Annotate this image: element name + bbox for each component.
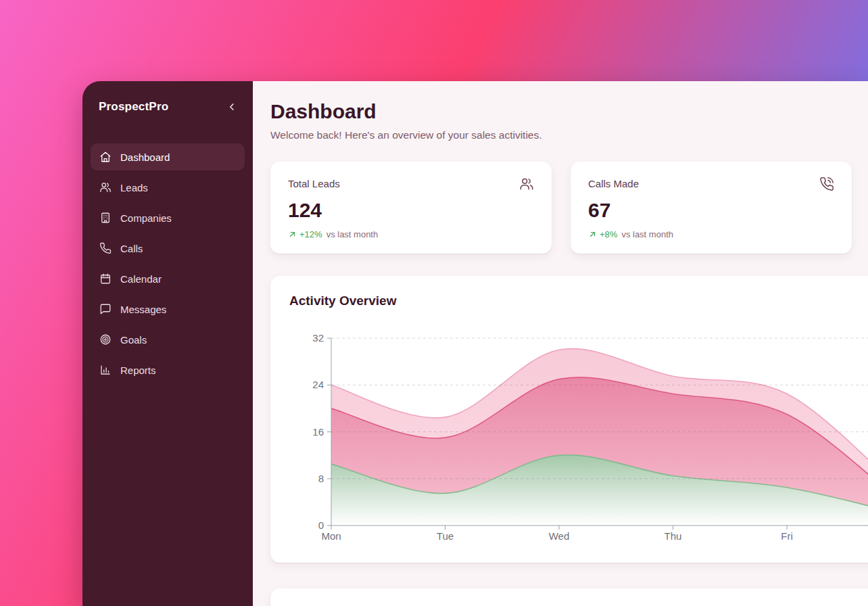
page-subtitle: Welcome back! Here's an overview of your… <box>270 129 868 141</box>
y-axis-tick-label: 32 <box>312 332 324 344</box>
sidebar-item-dashboard[interactable]: Dashboard <box>91 143 245 170</box>
x-axis-tick-label: Mon <box>321 530 341 542</box>
building-icon <box>99 212 112 224</box>
phone-icon <box>99 242 112 254</box>
stat-value: 67 <box>588 200 834 221</box>
stat-delta-suffix: vs last month <box>621 229 673 239</box>
sidebar-item-messages[interactable]: Messages <box>91 296 245 323</box>
page-title: Dashboard <box>270 100 868 123</box>
stat-delta: +8%vs last month <box>588 229 834 239</box>
sidebar-item-companies[interactable]: Companies <box>91 204 245 231</box>
sidebar: ProspectPro DashboardLeadsCompaniesCalls… <box>82 81 253 606</box>
stat-delta-value: +8% <box>600 229 617 239</box>
y-axis-tick-label: 24 <box>312 379 324 390</box>
stat-card-header: Calls Made <box>588 178 834 194</box>
stat-value: 124 <box>288 200 534 221</box>
home-icon <box>99 151 112 163</box>
stat-delta-suffix: vs last month <box>327 229 379 239</box>
sidebar-item-calendar[interactable]: Calendar <box>91 265 245 292</box>
sidebar-item-label: Calls <box>120 243 143 254</box>
stat-card-icon-wrap <box>819 177 834 194</box>
sidebar-item-label: Messages <box>120 304 166 315</box>
sidebar-collapse-button[interactable] <box>226 101 238 113</box>
sidebar-item-label: Calendar <box>120 273 162 285</box>
app-logo: ProspectPro <box>99 100 168 114</box>
sidebar-item-calls[interactable]: Calls <box>91 235 245 262</box>
target-icon <box>99 333 112 346</box>
next-section-card <box>270 588 868 606</box>
sidebar-item-leads[interactable]: Leads <box>91 174 245 201</box>
chevron-left-icon <box>226 101 238 113</box>
activity-overview-chart: 08162432MonTueWedThuFri <box>270 317 868 553</box>
activity-overview-card: Activity Overview 08162432MonTueWedThuFr… <box>270 276 868 563</box>
y-axis-tick-label: 8 <box>318 473 324 484</box>
trend-up-icon <box>588 230 597 239</box>
sidebar-item-reports[interactable]: Reports <box>91 356 245 383</box>
stat-cards-row: Total Leads124+12%vs last monthCalls Mad… <box>270 162 868 254</box>
users-icon <box>99 181 112 193</box>
trend-up-icon <box>288 230 297 239</box>
sidebar-item-label: Dashboard <box>120 152 170 163</box>
stat-label: Calls Made <box>588 178 639 189</box>
stat-delta-positive: +8% <box>588 229 617 239</box>
sidebar-item-label: Goals <box>120 334 147 346</box>
stat-delta: +12%vs last month <box>288 229 534 239</box>
calendar-icon <box>99 273 112 285</box>
sidebar-item-label: Reports <box>120 365 156 376</box>
y-axis-tick-label: 16 <box>312 426 324 438</box>
message-icon <box>99 303 112 315</box>
stat-delta-positive: +12% <box>288 229 322 239</box>
bar-chart-icon <box>99 364 112 376</box>
phone-call-icon <box>819 177 834 191</box>
chart-title: Activity Overview <box>289 294 868 308</box>
stat-card-calls-made: Calls Made67+8%vs last month <box>571 162 852 254</box>
stat-delta-value: +12% <box>299 229 322 239</box>
app-window: ProspectPro DashboardLeadsCompaniesCalls… <box>82 81 868 606</box>
stat-card-icon-wrap <box>519 177 534 194</box>
stat-card-total-leads: Total Leads124+12%vs last month <box>270 162 552 254</box>
chart-areas <box>331 349 868 526</box>
stat-label: Total Leads <box>288 178 340 189</box>
x-axis-tick-label: Wed <box>549 530 570 542</box>
x-axis-tick-label: Tue <box>437 530 454 542</box>
sidebar-item-label: Companies <box>120 212 172 224</box>
sidebar-nav: DashboardLeadsCompaniesCallsCalendarMess… <box>91 143 245 383</box>
x-axis-tick-label: Thu <box>665 530 682 542</box>
stat-card-header: Total Leads <box>288 178 534 194</box>
x-axis-tick-label: Fri <box>781 530 793 542</box>
sidebar-item-label: Leads <box>120 182 148 193</box>
sidebar-header: ProspectPro <box>91 99 245 114</box>
main-content: Dashboard Welcome back! Here's an overvi… <box>253 81 868 606</box>
sidebar-item-goals[interactable]: Goals <box>91 326 245 353</box>
y-axis-tick-label: 0 <box>318 519 324 531</box>
users-icon <box>519 177 534 191</box>
